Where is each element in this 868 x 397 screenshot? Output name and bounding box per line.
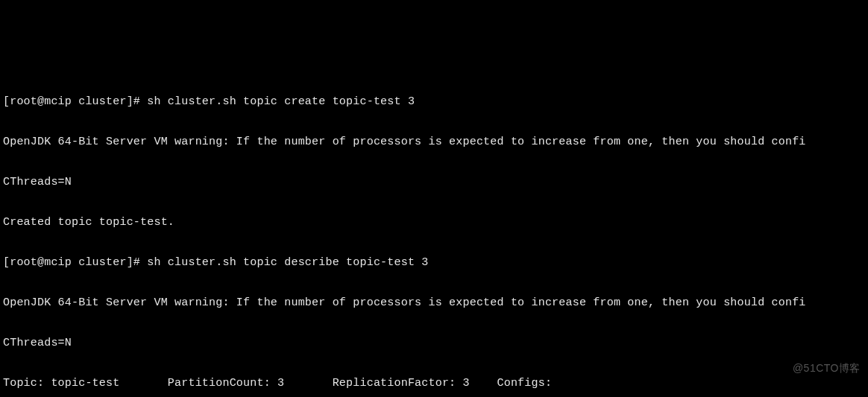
terminal-output[interactable]: [root@mcip cluster]# sh cluster.sh topic…	[0, 67, 868, 397]
terminal-line: [root@mcip cluster]# sh cluster.sh topic…	[3, 95, 865, 109]
terminal-line: [root@mcip cluster]# sh cluster.sh topic…	[3, 256, 865, 270]
terminal-line: Topic: topic-test PartitionCount: 3 Repl…	[3, 377, 865, 390]
terminal-line: OpenJDK 64-Bit Server VM warning: If the…	[3, 296, 865, 310]
terminal-line: CThreads=N	[3, 176, 865, 189]
terminal-line: OpenJDK 64-Bit Server VM warning: If the…	[3, 136, 865, 149]
terminal-line: CThreads=N	[3, 337, 865, 350]
terminal-line: Created topic topic-test.	[3, 216, 865, 229]
watermark-text: @51CTO博客	[793, 361, 861, 375]
